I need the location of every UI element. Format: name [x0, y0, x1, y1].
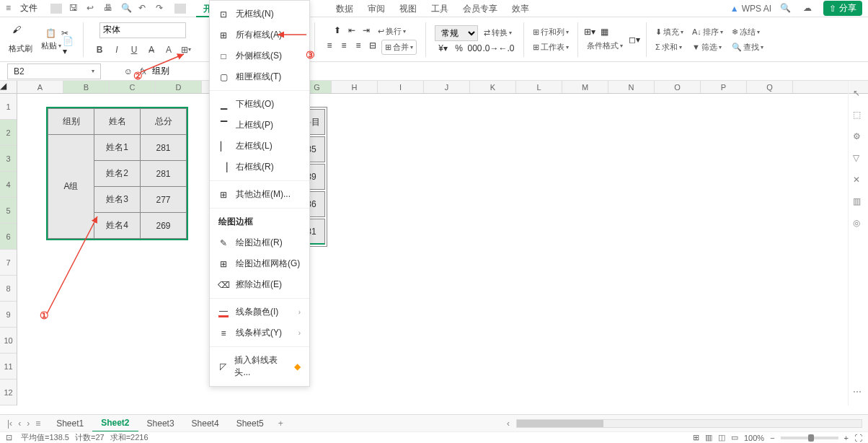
- fullscreen-icon[interactable]: ⛶: [854, 434, 862, 442]
- menu-line-style[interactable]: ≡线条样式(Y)›: [210, 323, 309, 343]
- col-B[interactable]: B: [63, 81, 110, 93]
- menu-no-border[interactable]: ⊡无框线(N): [210, 4, 309, 25]
- menu-erase-border[interactable]: ⌫擦除边框(E): [210, 274, 309, 295]
- col-H[interactable]: H: [332, 81, 378, 93]
- row-11[interactable]: 11: [0, 354, 17, 380]
- tab-member[interactable]: 会员专享: [456, 0, 505, 17]
- tools-icon[interactable]: ✕: [853, 175, 864, 186]
- tab-data[interactable]: 数据: [329, 0, 360, 17]
- sort-button[interactable]: A↓排序▾: [689, 25, 726, 39]
- status-mode-icon[interactable]: ⊡: [6, 433, 12, 442]
- paste-label[interactable]: 粘贴: [41, 40, 57, 51]
- revert-icon[interactable]: ↩: [87, 3, 98, 14]
- view-page-icon[interactable]: ▥: [705, 433, 712, 442]
- view-normal-icon[interactable]: ⊞: [693, 433, 699, 442]
- filter-icon[interactable]: ▽: [853, 153, 864, 165]
- col-D[interactable]: D: [156, 81, 202, 93]
- sheet-next-icon[interactable]: ›: [25, 418, 31, 429]
- horizontal-scrollbar[interactable]: ‹ ›: [516, 419, 862, 428]
- tab-tools[interactable]: 工具: [424, 0, 456, 17]
- decimal-increase-icon[interactable]: .0→: [485, 43, 497, 54]
- sum-button[interactable]: Σ求和▾: [652, 40, 686, 54]
- row-12[interactable]: 12: [0, 380, 17, 405]
- undo-icon[interactable]: ↶: [138, 3, 150, 14]
- add-sheet-button[interactable]: +: [273, 418, 289, 429]
- freeze-button[interactable]: ❄冻结▾: [729, 25, 766, 39]
- currency-icon[interactable]: ¥▾: [438, 43, 449, 54]
- menu-left-border[interactable]: ▏左框线(L): [210, 136, 309, 157]
- worksheet-button[interactable]: ⊞工作表▾: [530, 40, 572, 54]
- row-9[interactable]: 9: [0, 302, 17, 328]
- robot-icon[interactable]: ◎: [853, 218, 864, 229]
- row-10[interactable]: 10: [0, 328, 17, 354]
- menu-bottom-border[interactable]: ▁下框线(O): [210, 94, 309, 115]
- row-7[interactable]: 7: [0, 250, 17, 276]
- decimal-decrease-icon[interactable]: ←.0: [501, 43, 513, 54]
- row-2[interactable]: 2: [0, 120, 17, 146]
- select-icon[interactable]: ⬚: [853, 110, 864, 121]
- search-icon[interactable]: 🔍: [780, 3, 792, 14]
- row-3[interactable]: 3: [0, 146, 17, 172]
- align-left-icon[interactable]: ≡: [324, 40, 335, 51]
- select-all-corner[interactable]: ◢: [0, 81, 17, 94]
- tab-view[interactable]: 视图: [392, 0, 424, 17]
- styles-icon[interactable]: ▦: [598, 26, 610, 38]
- sheet-tab-4[interactable]: Sheet4: [183, 416, 228, 431]
- col-I[interactable]: I: [378, 81, 424, 93]
- col-M[interactable]: M: [562, 81, 608, 93]
- row-6[interactable]: 6: [0, 224, 17, 250]
- indent-decrease-icon[interactable]: ⇤: [346, 25, 358, 36]
- menu-line-color[interactable]: —线条颜色(I)›: [210, 302, 309, 323]
- wrap-button[interactable]: ↩换行▾: [375, 25, 409, 38]
- comma-icon[interactable]: 000: [469, 43, 481, 54]
- number-format-select[interactable]: 常规: [435, 25, 478, 41]
- percent-icon[interactable]: %: [453, 43, 465, 54]
- col-A[interactable]: A: [17, 81, 63, 93]
- sheet-tab-3[interactable]: Sheet3: [138, 416, 183, 431]
- col-J[interactable]: J: [424, 81, 470, 93]
- sheet-tab-2[interactable]: Sheet2: [92, 415, 138, 432]
- sheet-list-icon[interactable]: ≡: [34, 418, 42, 429]
- zoom-label[interactable]: 100%: [744, 434, 764, 442]
- smiley-icon[interactable]: ☺: [123, 66, 134, 77]
- row-1[interactable]: 1: [0, 94, 17, 120]
- cond-format-button[interactable]: 条件格式▾: [584, 39, 626, 53]
- zoom-in-button[interactable]: +: [844, 434, 849, 442]
- menu-outside-border[interactable]: □外侧框线(S): [210, 45, 309, 66]
- menu-draw-grid[interactable]: ⊞绘图边框网格(G): [210, 253, 309, 274]
- col-Q[interactable]: Q: [747, 81, 793, 93]
- filter-button[interactable]: ▼筛选▾: [689, 40, 726, 54]
- menu-top-border[interactable]: ▔上框线(P): [210, 115, 309, 136]
- settings-icon[interactable]: ⚙: [853, 131, 864, 143]
- bold-button[interactable]: B: [92, 43, 107, 57]
- align-center-icon[interactable]: ≡: [338, 40, 350, 51]
- border-button[interactable]: ⊞▾: [179, 43, 193, 57]
- tab-review[interactable]: 审阅: [360, 0, 392, 17]
- strike-button[interactable]: A̶: [144, 43, 159, 57]
- cursor-icon[interactable]: ↖: [853, 88, 864, 100]
- print-icon[interactable]: 🖶: [104, 3, 115, 14]
- view-layout-icon[interactable]: ◫: [718, 433, 725, 442]
- sheet-first-icon[interactable]: |‹: [6, 418, 14, 429]
- zoom-slider[interactable]: [781, 437, 838, 439]
- menu-thick-box[interactable]: ▢粗匣框线(T): [210, 66, 309, 87]
- justify-icon[interactable]: ⊟: [367, 40, 378, 51]
- cloud-icon[interactable]: ☁: [803, 3, 815, 14]
- col-C[interactable]: C: [110, 81, 156, 93]
- sheet-tab-5[interactable]: Sheet5: [228, 416, 273, 431]
- col-P[interactable]: P: [701, 81, 747, 93]
- view-reading-icon[interactable]: ▭: [731, 433, 738, 442]
- more-icon[interactable]: ⋯: [853, 387, 864, 398]
- sheet-prev-icon[interactable]: ‹: [17, 418, 22, 429]
- convert-button[interactable]: ⇄转换▾: [481, 26, 515, 40]
- menu-right-border[interactable]: ▕右框线(R): [210, 157, 309, 177]
- find-button[interactable]: 🔍查找▾: [729, 40, 766, 54]
- menu-draw-border[interactable]: ✎绘图边框(R): [210, 232, 309, 253]
- col-K[interactable]: K: [470, 81, 516, 93]
- col-N[interactable]: N: [608, 81, 655, 93]
- save-icon[interactable]: 🖫: [69, 3, 81, 14]
- data-table-selection[interactable]: 组别 姓名 总分 A组 姓名1 281 姓名2 281 姓名3 277 姓名4 …: [46, 107, 188, 240]
- row-4[interactable]: 4: [0, 172, 17, 198]
- row-col-button[interactable]: ⊞行和列▾: [530, 25, 572, 39]
- col-L[interactable]: L: [516, 81, 562, 93]
